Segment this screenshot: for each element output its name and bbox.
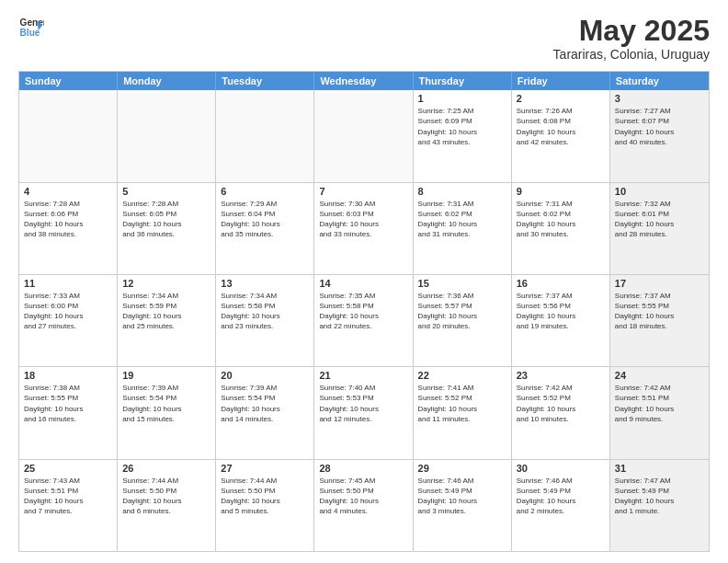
cell-info: Sunrise: 7:38 AM Sunset: 5:55 PM Dayligh…	[24, 383, 112, 424]
cell-info: Sunrise: 7:29 AM Sunset: 6:04 PM Dayligh…	[221, 199, 309, 240]
cell-info: Sunrise: 7:35 AM Sunset: 5:58 PM Dayligh…	[319, 291, 407, 332]
day-number: 2	[517, 93, 605, 104]
day-number: 10	[615, 186, 704, 197]
cal-cell-28: 28Sunrise: 7:45 AM Sunset: 5:50 PM Dayli…	[314, 460, 413, 551]
day-number: 6	[221, 186, 309, 197]
cal-cell-5: 5Sunrise: 7:28 AM Sunset: 6:05 PM Daylig…	[118, 183, 216, 274]
day-number: 14	[319, 278, 407, 289]
day-number: 8	[418, 186, 506, 197]
title-block: May 2025 Tarariras, Colonia, Uruguay	[553, 15, 710, 62]
cal-cell-26: 26Sunrise: 7:44 AM Sunset: 5:50 PM Dayli…	[118, 460, 216, 551]
cal-cell-6: 6Sunrise: 7:29 AM Sunset: 6:04 PM Daylig…	[216, 183, 314, 274]
day-number: 31	[615, 463, 704, 474]
cell-info: Sunrise: 7:26 AM Sunset: 6:08 PM Dayligh…	[517, 106, 605, 147]
day-number: 1	[418, 93, 506, 104]
cal-cell-8: 8Sunrise: 7:31 AM Sunset: 6:02 PM Daylig…	[414, 183, 512, 274]
day-number: 13	[221, 278, 309, 289]
cal-cell-30: 30Sunrise: 7:46 AM Sunset: 5:49 PM Dayli…	[512, 460, 610, 551]
cal-cell-7: 7Sunrise: 7:30 AM Sunset: 6:03 PM Daylig…	[314, 183, 413, 274]
cell-info: Sunrise: 7:45 AM Sunset: 5:50 PM Dayligh…	[319, 476, 407, 517]
cal-header-tuesday: Tuesday	[216, 72, 314, 90]
cal-header-sunday: Sunday	[19, 72, 118, 90]
day-number: 25	[24, 463, 112, 474]
day-number: 3	[615, 93, 704, 104]
calendar: SundayMondayTuesdayWednesdayThursdayFrid…	[18, 71, 710, 552]
cal-cell-25: 25Sunrise: 7:43 AM Sunset: 5:51 PM Dayli…	[19, 460, 118, 551]
cell-info: Sunrise: 7:36 AM Sunset: 5:57 PM Dayligh…	[418, 291, 506, 332]
day-number: 5	[122, 186, 210, 197]
page: General Blue May 2025 Tarariras, Colonia…	[0, 0, 728, 563]
cal-cell-3: 3Sunrise: 7:27 AM Sunset: 6:07 PM Daylig…	[610, 90, 709, 181]
cell-info: Sunrise: 7:47 AM Sunset: 5:49 PM Dayligh…	[615, 476, 704, 517]
cal-cell-31: 31Sunrise: 7:47 AM Sunset: 5:49 PM Dayli…	[610, 460, 709, 551]
day-number: 24	[615, 370, 704, 381]
cal-week-5: 25Sunrise: 7:43 AM Sunset: 5:51 PM Dayli…	[19, 460, 709, 551]
cal-cell-21: 21Sunrise: 7:40 AM Sunset: 5:53 PM Dayli…	[314, 367, 413, 458]
cal-cell-27: 27Sunrise: 7:44 AM Sunset: 5:50 PM Dayli…	[216, 460, 314, 551]
day-number: 26	[122, 463, 210, 474]
cal-cell-16: 16Sunrise: 7:37 AM Sunset: 5:56 PM Dayli…	[512, 275, 610, 366]
cell-info: Sunrise: 7:39 AM Sunset: 5:54 PM Dayligh…	[221, 383, 309, 424]
cal-cell-15: 15Sunrise: 7:36 AM Sunset: 5:57 PM Dayli…	[414, 275, 512, 366]
day-number: 11	[24, 278, 112, 289]
svg-text:Blue: Blue	[20, 28, 40, 38]
calendar-header: SundayMondayTuesdayWednesdayThursdayFrid…	[19, 72, 709, 90]
day-number: 28	[319, 463, 407, 474]
cell-info: Sunrise: 7:31 AM Sunset: 6:02 PM Dayligh…	[517, 199, 605, 240]
cal-cell-1: 1Sunrise: 7:25 AM Sunset: 6:09 PM Daylig…	[414, 90, 512, 181]
cal-week-3: 11Sunrise: 7:33 AM Sunset: 6:00 PM Dayli…	[19, 275, 709, 367]
cal-header-wednesday: Wednesday	[314, 72, 413, 90]
cell-info: Sunrise: 7:25 AM Sunset: 6:09 PM Dayligh…	[418, 106, 506, 147]
cal-cell-10: 10Sunrise: 7:32 AM Sunset: 6:01 PM Dayli…	[610, 183, 709, 274]
cal-cell-24: 24Sunrise: 7:42 AM Sunset: 5:51 PM Dayli…	[610, 367, 709, 458]
cell-info: Sunrise: 7:37 AM Sunset: 5:55 PM Dayligh…	[615, 291, 704, 332]
cell-info: Sunrise: 7:37 AM Sunset: 5:56 PM Dayligh…	[517, 291, 605, 332]
cal-cell-2: 2Sunrise: 7:26 AM Sunset: 6:08 PM Daylig…	[512, 90, 610, 181]
cell-info: Sunrise: 7:41 AM Sunset: 5:52 PM Dayligh…	[418, 383, 506, 424]
cell-info: Sunrise: 7:40 AM Sunset: 5:53 PM Dayligh…	[319, 383, 407, 424]
cal-cell-22: 22Sunrise: 7:41 AM Sunset: 5:52 PM Dayli…	[414, 367, 512, 458]
day-number: 17	[615, 278, 704, 289]
cal-cell-29: 29Sunrise: 7:46 AM Sunset: 5:49 PM Dayli…	[414, 460, 512, 551]
day-number: 18	[24, 370, 112, 381]
cell-info: Sunrise: 7:42 AM Sunset: 5:51 PM Dayligh…	[615, 383, 704, 424]
cell-info: Sunrise: 7:42 AM Sunset: 5:52 PM Dayligh…	[517, 383, 605, 424]
cal-cell-23: 23Sunrise: 7:42 AM Sunset: 5:52 PM Dayli…	[512, 367, 610, 458]
cell-info: Sunrise: 7:39 AM Sunset: 5:54 PM Dayligh…	[122, 383, 210, 424]
day-number: 21	[319, 370, 407, 381]
cell-info: Sunrise: 7:33 AM Sunset: 6:00 PM Dayligh…	[24, 291, 112, 332]
main-title: May 2025	[553, 15, 710, 47]
day-number: 23	[517, 370, 605, 381]
day-number: 15	[418, 278, 506, 289]
day-number: 22	[418, 370, 506, 381]
cal-cell-19: 19Sunrise: 7:39 AM Sunset: 5:54 PM Dayli…	[118, 367, 216, 458]
cell-info: Sunrise: 7:30 AM Sunset: 6:03 PM Dayligh…	[319, 199, 407, 240]
cell-info: Sunrise: 7:34 AM Sunset: 5:58 PM Dayligh…	[221, 291, 309, 332]
cal-week-4: 18Sunrise: 7:38 AM Sunset: 5:55 PM Dayli…	[19, 367, 709, 459]
day-number: 29	[418, 463, 506, 474]
cal-cell-17: 17Sunrise: 7:37 AM Sunset: 5:55 PM Dayli…	[610, 275, 709, 366]
cal-cell-empty-3	[314, 90, 413, 181]
cell-info: Sunrise: 7:27 AM Sunset: 6:07 PM Dayligh…	[615, 106, 704, 147]
cal-header-saturday: Saturday	[610, 72, 709, 90]
day-number: 12	[122, 278, 210, 289]
cal-week-2: 4Sunrise: 7:28 AM Sunset: 6:06 PM Daylig…	[19, 183, 709, 275]
cal-cell-18: 18Sunrise: 7:38 AM Sunset: 5:55 PM Dayli…	[19, 367, 118, 458]
cal-cell-14: 14Sunrise: 7:35 AM Sunset: 5:58 PM Dayli…	[314, 275, 413, 366]
cell-info: Sunrise: 7:34 AM Sunset: 5:59 PM Dayligh…	[122, 291, 210, 332]
cell-info: Sunrise: 7:44 AM Sunset: 5:50 PM Dayligh…	[122, 476, 210, 517]
cell-info: Sunrise: 7:32 AM Sunset: 6:01 PM Dayligh…	[615, 199, 704, 240]
cell-info: Sunrise: 7:46 AM Sunset: 5:49 PM Dayligh…	[517, 476, 605, 517]
cal-header-friday: Friday	[512, 72, 610, 90]
cell-info: Sunrise: 7:31 AM Sunset: 6:02 PM Dayligh…	[418, 199, 506, 240]
day-number: 30	[517, 463, 605, 474]
logo-icon: General Blue	[18, 15, 44, 40]
day-number: 4	[24, 186, 112, 197]
cal-header-monday: Monday	[118, 72, 216, 90]
day-number: 7	[319, 186, 407, 197]
day-number: 19	[122, 370, 210, 381]
cal-header-thursday: Thursday	[414, 72, 512, 90]
subtitle: Tarariras, Colonia, Uruguay	[553, 47, 710, 62]
cal-cell-11: 11Sunrise: 7:33 AM Sunset: 6:00 PM Dayli…	[19, 275, 118, 366]
cal-cell-4: 4Sunrise: 7:28 AM Sunset: 6:06 PM Daylig…	[19, 183, 118, 274]
